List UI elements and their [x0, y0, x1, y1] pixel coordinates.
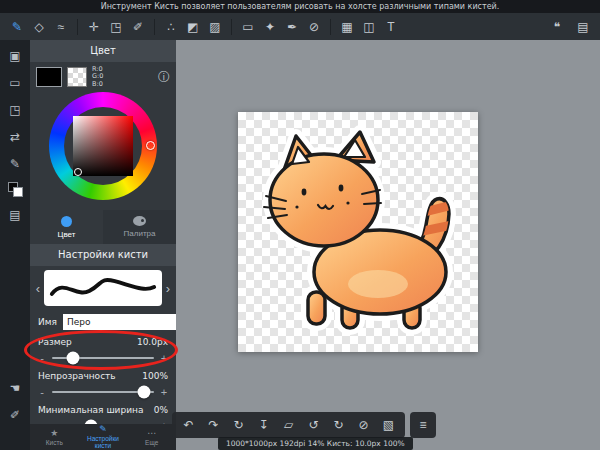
side-panel: Цвет R:0 G:0 B:0 ⓘ Цвет Палитра: [30, 40, 176, 450]
transparent-color-swatch[interactable]: [67, 67, 87, 87]
next-brush-button[interactable]: ›: [162, 281, 174, 296]
deselect-tool-button[interactable]: ⊘: [303, 16, 325, 38]
select-pen-tool-button[interactable]: ✒: [281, 16, 303, 38]
opacity-slider-track[interactable]: [52, 391, 154, 393]
size-plus-button[interactable]: +: [160, 352, 168, 364]
perspective-icon[interactable]: ▱: [276, 412, 301, 438]
cat-artwork: [238, 112, 478, 352]
bottom-toolbar-group: ↶ ↷ ↻ ↧ ▱ ↺ ↻ ⊘ ▧: [172, 412, 405, 438]
paint-drops-tool-button[interactable]: ∴: [160, 16, 182, 38]
hue-knob[interactable]: [146, 141, 155, 150]
drawing-canvas[interactable]: [238, 112, 478, 352]
save-export-icon[interactable]: ↧: [251, 412, 276, 438]
material-icon[interactable]: ▧: [376, 412, 401, 438]
flip-icon[interactable]: ⇄: [5, 128, 25, 146]
rotate-ccw-icon[interactable]: ↺: [301, 412, 326, 438]
canvas-new-icon[interactable]: ▣: [5, 47, 25, 65]
main-area: ▣ ▭ ◳ ⇄ ✎ ▤ ☚ ✐ Цвет R:0 G:0 B:0 ⓘ: [0, 40, 600, 450]
opacity-slider-knob[interactable]: [137, 386, 150, 399]
fill-bucket-tool-button[interactable]: ◩: [182, 16, 204, 38]
snap-tool-button[interactable]: ◫: [358, 16, 380, 38]
canvas-area[interactable]: ↶ ↷ ↻ ↧ ▱ ↺ ↻ ⊘ ▧ ≡ 1000*1000px 192dpi 1…: [176, 40, 600, 450]
brush-name-row: Имя: [30, 310, 176, 334]
saturation-value-square[interactable]: [73, 116, 133, 176]
tab-brush-settings-label: Настройки кисти: [79, 435, 128, 449]
star-icon: ★: [50, 429, 58, 438]
pen-icon[interactable]: ✎: [5, 155, 25, 173]
color-tabs: Цвет Палитра: [30, 210, 176, 244]
move-tool-button[interactable]: ✛: [83, 16, 105, 38]
transform-pen-tool-button[interactable]: ✐: [127, 16, 149, 38]
refresh-rotation-icon[interactable]: ↻: [226, 412, 251, 438]
rotate-off-icon[interactable]: ⊘: [351, 412, 376, 438]
transform-select-tool-button[interactable]: ◳: [105, 16, 127, 38]
size-slider-knob[interactable]: [67, 352, 80, 365]
grid-tool-button[interactable]: ▦: [336, 16, 358, 38]
palette-tab-label: Палитра: [124, 229, 156, 238]
brush-name-label: Имя: [38, 317, 57, 327]
tab-brush-label: Кисть: [46, 439, 63, 446]
background-color: [13, 187, 23, 197]
color-wheel[interactable]: [30, 92, 176, 210]
panel-bottom-tabs: ★ Кисть ✎ Настройки кисти ⋯ Еще: [30, 424, 176, 450]
undo-icon[interactable]: ↶: [176, 412, 201, 438]
speech-bubble-icon[interactable]: ❝: [546, 16, 568, 38]
more-dots-icon: ⋯: [147, 429, 156, 438]
tab-color[interactable]: Цвет: [30, 210, 103, 244]
brush-icon: ✎: [99, 425, 107, 434]
min-width-value: 0%: [154, 404, 168, 417]
sv-knob[interactable]: [74, 168, 82, 176]
panels-icon[interactable]: ▤: [5, 206, 25, 224]
brush-settings-title: Настройки кисти: [30, 244, 176, 266]
size-minus-button[interactable]: -: [38, 352, 46, 364]
foreground-background-swatch[interactable]: [8, 182, 23, 197]
brush-name-input[interactable]: [63, 314, 176, 330]
color-section-title: Цвет: [30, 40, 176, 62]
text-tool-button[interactable]: T: [380, 16, 402, 38]
toolbar-separator: [231, 19, 232, 35]
opacity-plus-button[interactable]: +: [160, 386, 168, 398]
top-toolbar: ✎ ◇ ≈ ✛ ◳ ✐ ∴ ◩ ▨ ▭ ✦ ✒ ⊘ ▦ ◫ T ❝ ▤: [0, 13, 600, 40]
size-slider-track[interactable]: [52, 357, 154, 359]
tab-brush-settings[interactable]: ✎ Настройки кисти: [79, 424, 128, 450]
eraser-tool-button[interactable]: ◇: [28, 16, 50, 38]
toolbar-separator: [330, 19, 331, 35]
canvas-bottom-toolbar: ↶ ↷ ↻ ↧ ▱ ↺ ↻ ⊘ ▧ ≡: [172, 412, 436, 438]
transform-icon[interactable]: ◳: [5, 101, 25, 119]
selection-icon[interactable]: ▭: [5, 74, 25, 92]
layers-panel-button[interactable]: ▤: [572, 16, 594, 38]
toolbar-separator: [77, 19, 78, 35]
tab-more-label: Еще: [145, 439, 158, 446]
brush-tool-button[interactable]: ✎: [6, 16, 28, 38]
current-color-swatch[interactable]: [36, 67, 62, 87]
hand-tool-icon[interactable]: ☚: [5, 379, 25, 397]
opacity-minus-button[interactable]: -: [38, 386, 46, 398]
redo-icon[interactable]: ↷: [201, 412, 226, 438]
decor-brush-tool-button[interactable]: ≈: [50, 16, 72, 38]
palette-icon: [133, 216, 146, 226]
color-tab-label: Цвет: [58, 230, 76, 239]
canvas-status-bar: 1000*1000px 192dpi 14% Кисть: 10.0px 100…: [218, 437, 413, 450]
left-tool-strip: ▣ ▭ ◳ ⇄ ✎ ▤ ☚ ✐: [0, 40, 30, 450]
gradient-tool-button[interactable]: ▨: [204, 16, 226, 38]
rgb-readout: R:0 G:0 B:0: [92, 66, 103, 89]
brush-stroke-preview: [44, 270, 162, 306]
rotate-cw-icon[interactable]: ↻: [326, 412, 351, 438]
current-color-row: R:0 G:0 B:0 ⓘ: [30, 62, 176, 92]
tab-brush[interactable]: ★ Кисть: [30, 424, 79, 450]
stylus-tool-icon[interactable]: ✐: [5, 406, 25, 424]
magic-wand-tool-button[interactable]: ✦: [259, 16, 281, 38]
tool-hint-bar: Инструмент Кисть позволяет пользователям…: [0, 0, 600, 13]
select-rect-tool-button[interactable]: ▭: [237, 16, 259, 38]
tab-more[interactable]: ⋯ Еще: [127, 424, 176, 450]
prev-brush-button[interactable]: ‹: [32, 281, 44, 296]
tab-palette[interactable]: Палитра: [103, 210, 176, 244]
opacity-label: Непрозрачность: [38, 370, 116, 383]
brush-stroke: [44, 270, 162, 306]
opacity-value: 100%: [142, 370, 168, 383]
size-value: 10.0px: [137, 336, 168, 349]
info-icon[interactable]: ⓘ: [158, 69, 170, 86]
size-slider-row: Размер 10.0px - +: [30, 334, 176, 368]
toolbar-separator: [154, 19, 155, 35]
hamburger-menu-icon[interactable]: ≡: [410, 412, 436, 438]
